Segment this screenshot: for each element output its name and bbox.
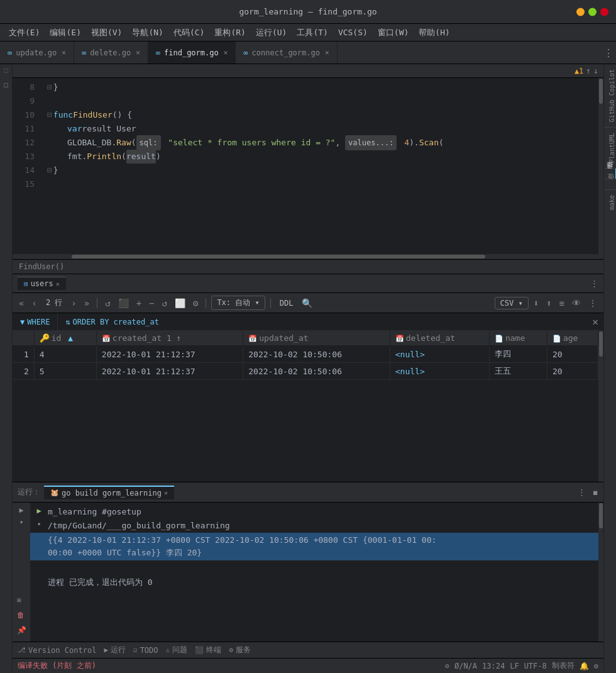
tab-delete-go[interactable]: ∞ delete.go ✕	[74, 42, 148, 64]
run-pin-icon[interactable]: 📌	[15, 624, 28, 637]
menu-navigate[interactable]: 导航(N)	[128, 26, 167, 40]
db-columns-btn[interactable]: ≡	[557, 297, 567, 309]
status-tab-services[interactable]: ⚙ 服务	[229, 645, 251, 655]
tab-connect-gorm-go[interactable]: ∞ connect_gorm.go ✕	[236, 42, 337, 64]
db-eye-btn[interactable]: 👁	[569, 297, 583, 309]
row-2-age[interactable]: 20	[547, 363, 598, 380]
status-tab-run[interactable]: ▶ 运行	[104, 645, 126, 655]
db-refresh-btn[interactable]: ↺	[102, 297, 113, 309]
settings-icon[interactable]: ⚙	[594, 662, 598, 670]
id-sort-icon[interactable]: ▲	[68, 333, 73, 343]
db-search-btn[interactable]: 🔍	[299, 297, 315, 309]
db-stop-btn[interactable]: ⬛	[116, 297, 131, 309]
menu-run[interactable]: 运行(U)	[252, 26, 290, 40]
run-more-btn[interactable]: ⋮	[578, 487, 586, 497]
run-play-gutter-icon[interactable]: ▶	[17, 504, 25, 516]
menu-code[interactable]: 代码(C)	[170, 26, 208, 40]
db-tab-users[interactable]: ⊞ users ✕	[18, 277, 66, 290]
fold-icon-14[interactable]: ⊟	[47, 164, 52, 177]
row-1-updated-at[interactable]: 2022-10-02 10:50:06	[243, 346, 390, 363]
editor-vscroll-thumb[interactable]	[599, 79, 603, 104]
db-col-updated-at[interactable]: 📅updated_at	[243, 331, 390, 346]
row-2-created-at[interactable]: 2022-10-01 21:12:37	[96, 363, 243, 380]
fold-icon-8[interactable]: ⊟	[47, 81, 52, 94]
sidebar-make[interactable]: make	[604, 190, 617, 215]
db-tx-selector[interactable]: Tx: 自动 ▾	[211, 296, 265, 310]
warning-down[interactable]: ↓	[593, 66, 598, 75]
menu-vcs[interactable]: VCS(S)	[334, 26, 371, 38]
db-col-name[interactable]: 📄name	[489, 331, 547, 346]
menu-view[interactable]: 视图(V)	[87, 26, 126, 40]
status-tab-terminal[interactable]: ⬛ 终端	[195, 645, 221, 655]
run-tab-close[interactable]: ✕	[164, 489, 168, 496]
code-content[interactable]: ⊟ } ⊟ func FindUser () {	[41, 78, 598, 254]
db-submit-btn[interactable]: ⬜	[172, 297, 188, 309]
tab-find-gorm-go[interactable]: ∞ find_gorm.go ✕	[148, 42, 236, 64]
db-delete-row-btn[interactable]: −	[146, 297, 157, 309]
menu-tools[interactable]: 工具(T)	[293, 26, 331, 40]
db-col-deleted-at[interactable]: 📅deleted_at	[390, 331, 489, 346]
db-tab-close[interactable]: ✕	[56, 281, 60, 287]
db-col-id[interactable]: 🔑id ▲	[34, 331, 96, 346]
menu-window[interactable]: 窗口(W)	[374, 26, 412, 40]
left-sidebar-icon-2[interactable]: □	[1, 79, 11, 93]
sidebar-github-copilot[interactable]: GitHub Copilot	[604, 64, 617, 127]
status-tab-todo[interactable]: ☑ TODO	[133, 646, 158, 655]
db-first-btn[interactable]: «	[16, 297, 26, 309]
db-vscroll-thumb[interactable]	[599, 331, 603, 357]
row-1-id[interactable]: 4	[34, 346, 96, 363]
db-revert-btn[interactable]: ↺	[160, 297, 170, 309]
menu-edit[interactable]: 编辑(E)	[46, 26, 84, 40]
sidebar-do[interactable]: 做	[604, 179, 617, 189]
tab-close-connect[interactable]: ✕	[325, 48, 329, 57]
fold-icon-10[interactable]: ⊟	[47, 108, 52, 122]
db-filter-close-btn[interactable]: ✕	[587, 316, 603, 328]
db-csv-btn[interactable]: CSV ▾	[495, 297, 529, 309]
editor-hscroll-thumb[interactable]	[72, 255, 485, 259]
sidebar-plantuml[interactable]: PlantUML	[604, 128, 617, 168]
db-where-clause[interactable]: ▼ WHERE	[13, 313, 58, 330]
row-2-id[interactable]: 5	[34, 363, 96, 380]
db-orderby-clause[interactable]: ⇅ ORDER BY created_at	[58, 313, 587, 330]
db-table-container[interactable]: 🔑id ▲ 📅created_at 1 ↑ 📅updated_at	[13, 331, 598, 482]
row-1-age[interactable]: 20	[547, 346, 598, 363]
run-stop-btn[interactable]: ▪	[592, 486, 598, 498]
db-tab-overflow[interactable]: ⋮	[590, 279, 598, 288]
run-vscrollbar[interactable]	[598, 503, 603, 642]
status-tab-version-control[interactable]: ⎇ Version Control	[18, 646, 96, 655]
row-2-updated-at[interactable]: 2022-10-02 10:50:06	[243, 363, 390, 380]
close-button[interactable]	[600, 8, 608, 16]
editor-hscrollbar[interactable]	[13, 254, 603, 259]
db-col-age[interactable]: 📄age	[547, 331, 598, 346]
db-filter-btn[interactable]: ⚙	[190, 297, 201, 309]
menu-file[interactable]: 文件(E)	[5, 26, 43, 40]
row-2-name[interactable]: 王五	[489, 363, 547, 380]
db-export-up-btn[interactable]: ⬆	[544, 297, 554, 309]
db-export-down-btn[interactable]: ⬇	[531, 297, 541, 309]
menu-refactor[interactable]: 重构(R)	[211, 26, 249, 40]
menu-help[interactable]: 帮助(H)	[415, 26, 453, 40]
db-ddl-btn[interactable]: DDL	[276, 298, 297, 309]
editor-vscrollbar[interactable]	[598, 78, 603, 254]
db-col-created-at[interactable]: 📅created_at 1 ↑	[96, 331, 243, 346]
run-scroll-icon[interactable]: ≡	[15, 594, 28, 606]
tab-close-update[interactable]: ✕	[62, 48, 66, 57]
tab-close-delete[interactable]: ✕	[136, 48, 140, 57]
db-next-btn[interactable]: ›	[69, 297, 79, 309]
db-prev-btn[interactable]: ‹	[29, 297, 39, 309]
db-more-btn[interactable]: ⋮	[586, 297, 600, 309]
row-2-deleted-at[interactable]: <null>	[390, 363, 489, 380]
tab-overflow-button[interactable]: ⋮	[603, 47, 613, 58]
tab-close-find[interactable]: ✕	[224, 48, 228, 57]
db-last-btn[interactable]: »	[82, 297, 92, 309]
db-add-row-btn[interactable]: +	[134, 297, 144, 309]
row-1-deleted-at[interactable]: <null>	[390, 346, 489, 363]
run-vscroll-thumb[interactable]	[599, 503, 603, 528]
tab-update-go[interactable]: ∞ update.go ✕	[0, 42, 74, 64]
minimize-button[interactable]	[576, 8, 585, 16]
row-1-name[interactable]: 李四	[489, 346, 547, 363]
db-vscrollbar[interactable]	[598, 331, 603, 482]
run-tab-build[interactable]: 🐹 go build gorm_learning ✕	[44, 486, 174, 499]
notification-icon[interactable]: 🔔	[580, 662, 589, 670]
left-sidebar-icon-1[interactable]: ⬚	[1, 64, 11, 79]
